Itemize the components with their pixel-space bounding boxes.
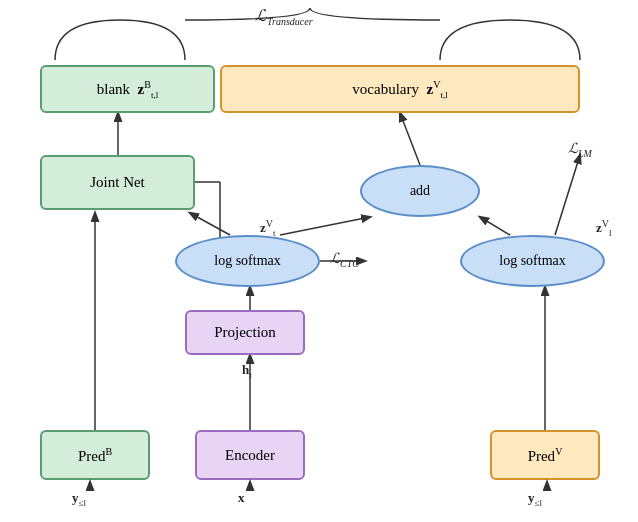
projection-label: Projection bbox=[214, 324, 276, 341]
loss-ctc-label: ℒCTC bbox=[330, 250, 359, 269]
blank-label: blank zBt,l bbox=[97, 79, 158, 100]
loss-lm-label: ℒLM bbox=[568, 140, 592, 159]
loss-transducer-label: ℒTransducer bbox=[255, 6, 313, 27]
joint-net-box: Joint Net bbox=[40, 155, 195, 210]
zt-label: zVt bbox=[260, 218, 276, 238]
y-leql-right: y≤l bbox=[528, 490, 542, 508]
pred-b-label: PredB bbox=[78, 446, 112, 465]
svg-line-5 bbox=[280, 217, 370, 235]
zl-label: zVl bbox=[596, 218, 612, 238]
svg-line-7 bbox=[480, 217, 510, 235]
svg-line-10 bbox=[555, 155, 580, 235]
projection-box: Projection bbox=[185, 310, 305, 355]
log-softmax-left-label: log softmax bbox=[214, 253, 281, 269]
encoder-box: Encoder bbox=[195, 430, 305, 480]
vocab-box: vocabulary zVt,l bbox=[220, 65, 580, 113]
log-softmax-right: log softmax bbox=[460, 235, 605, 287]
y-leql-left: y≤l bbox=[72, 490, 86, 508]
log-softmax-left: log softmax bbox=[175, 235, 320, 287]
add-label: add bbox=[410, 183, 430, 199]
pred-v-label: PredV bbox=[528, 446, 563, 465]
diagram: ℒTransducer blank zBt,l vocabulary zVt,l… bbox=[0, 0, 638, 522]
blank-box: blank zBt,l bbox=[40, 65, 215, 113]
encoder-label: Encoder bbox=[225, 447, 275, 464]
add-ellipse: add bbox=[360, 165, 480, 217]
joint-net-label: Joint Net bbox=[90, 174, 145, 191]
x-input: x bbox=[238, 490, 245, 506]
vocab-label: vocabulary zVt,l bbox=[352, 79, 447, 100]
pred-v-box: PredV bbox=[490, 430, 600, 480]
pred-b-box: PredB bbox=[40, 430, 150, 480]
svg-line-4 bbox=[190, 213, 230, 235]
log-softmax-right-label: log softmax bbox=[499, 253, 566, 269]
svg-line-8 bbox=[400, 113, 420, 165]
ht-label: ht bbox=[242, 362, 252, 380]
